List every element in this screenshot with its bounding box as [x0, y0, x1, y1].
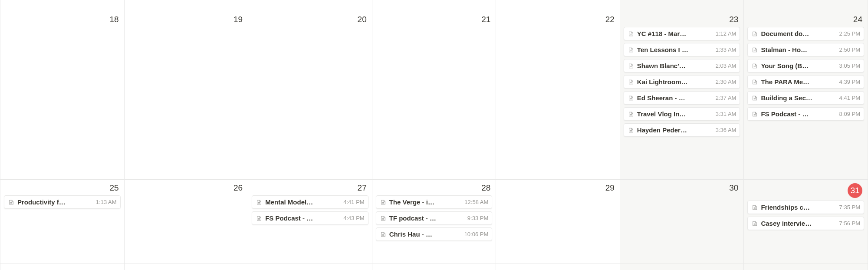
calendar-event[interactable]: Building a Sec…4:41 PM: [747, 91, 864, 105]
calendar-event[interactable]: FS Podcast - …4:43 PM: [252, 211, 368, 225]
event-title: The Verge - i…: [389, 198, 462, 206]
event-time: 10:06 PM: [464, 231, 489, 237]
event-title: Building a Sec…: [761, 94, 836, 102]
calendar-event[interactable]: Your Song (B…3:05 PM: [747, 59, 864, 72]
event-time: 4:39 PM: [839, 79, 860, 85]
page-icon: [628, 79, 635, 86]
event-time: 3:05 PM: [839, 63, 860, 69]
event-title: Your Song (B…: [761, 62, 836, 69]
page-icon: [751, 79, 758, 86]
event-time: 1:13 AM: [96, 199, 117, 205]
calendar-day-cell[interactable]: 22: [496, 11, 620, 180]
calendar-event[interactable]: Productivity f…1:13 AM: [4, 195, 121, 209]
event-time: 2:50 PM: [839, 46, 860, 53]
event-time: 1:12 AM: [716, 30, 736, 37]
day-number: 19: [128, 15, 245, 24]
event-title: Friendships c…: [761, 204, 836, 211]
calendar-day-cell[interactable]: 26: [125, 180, 249, 263]
day-number: 21: [376, 15, 493, 24]
event-time: 2:30 AM: [716, 79, 736, 85]
calendar-day-cell[interactable]: [125, 0, 249, 11]
calendar-event[interactable]: Chris Hau - …10:06 PM: [376, 227, 493, 241]
event-title: Mental Model…: [265, 198, 341, 206]
events-container: Productivity f…1:13 AM: [4, 195, 121, 211]
calendar-day-cell[interactable]: 23YC #118 - Mar…1:12 AMTen Lessons I …1:…: [620, 11, 744, 180]
calendar-event[interactable]: TF podcast - …9:33 PM: [376, 211, 493, 225]
page-icon: [8, 199, 15, 206]
calendar-day-cell[interactable]: [744, 263, 868, 270]
calendar-day-cell[interactable]: [620, 0, 744, 11]
event-time: 2:37 AM: [716, 95, 736, 101]
page-icon: [628, 63, 635, 69]
calendar-day-cell[interactable]: [0, 0, 125, 11]
calendar-day-cell[interactable]: 25Productivity f…1:13 AM: [0, 180, 125, 263]
calendar-day-cell[interactable]: 28The Verge - i…12:58 AMTF podcast - …9:…: [372, 180, 496, 263]
calendar-day-cell[interactable]: [496, 0, 620, 11]
event-title: Ten Lessons I …: [637, 46, 713, 53]
calendar-event[interactable]: Travel Vlog In…3:31 AM: [624, 107, 740, 121]
calendar-day-cell[interactable]: [0, 263, 125, 270]
calendar-day-cell[interactable]: 20: [248, 11, 372, 180]
event-time: 2:03 AM: [716, 63, 736, 69]
calendar-event[interactable]: Document do…2:25 PM: [747, 27, 864, 40]
page-icon: [628, 46, 635, 53]
day-number: 30: [624, 183, 740, 193]
calendar-event[interactable]: The PARA Me…4:39 PM: [747, 75, 864, 89]
event-time: 7:56 PM: [839, 220, 860, 227]
calendar-event[interactable]: Kai Lightroom…2:30 AM: [624, 75, 740, 89]
calendar-day-cell[interactable]: [372, 263, 496, 270]
events-container: The Verge - i…12:58 AMTF podcast - …9:33…: [376, 195, 493, 244]
event-time: 12:58 AM: [464, 199, 488, 205]
calendar-day-cell[interactable]: [496, 263, 620, 270]
page-icon: [751, 46, 758, 53]
calendar-day-cell[interactable]: [620, 263, 744, 270]
day-number: 25: [4, 183, 121, 193]
calendar-day-cell[interactable]: [248, 0, 372, 11]
day-number: 31: [747, 183, 864, 198]
page-icon: [628, 127, 635, 134]
page-icon: [751, 63, 758, 69]
page-icon: [751, 30, 758, 37]
events-container: Friendships c…7:35 PMCasey intervie…7:56…: [747, 201, 864, 233]
page-icon: [628, 95, 635, 102]
event-time: 7:35 PM: [839, 204, 860, 211]
calendar-day-cell[interactable]: 27Mental Model…4:41 PMFS Podcast - …4:43…: [248, 180, 372, 263]
calendar-day-cell[interactable]: 31Friendships c…7:35 PMCasey intervie…7:…: [744, 180, 868, 263]
calendar-event[interactable]: Casey intervie…7:56 PM: [747, 217, 864, 230]
page-icon: [380, 231, 387, 238]
calendar-event[interactable]: Shawn Blanc'…2:03 AM: [624, 59, 740, 72]
calendar-day-cell[interactable]: 24Document do…2:25 PMStalman - Ho…2:50 P…: [744, 11, 868, 180]
event-time: 2:25 PM: [839, 30, 860, 37]
day-number: 28: [376, 183, 493, 193]
calendar-event[interactable]: Ed Sheeran - …2:37 AM: [624, 91, 740, 105]
event-title: Document do…: [761, 30, 836, 37]
page-icon: [628, 30, 635, 37]
calendar-event[interactable]: Stalman - Ho…2:50 PM: [747, 43, 864, 56]
calendar-day-cell[interactable]: [372, 0, 496, 11]
calendar-day-cell[interactable]: 30: [620, 180, 744, 263]
page-icon: [751, 95, 758, 102]
event-title: Shawn Blanc'…: [637, 62, 713, 69]
calendar-event[interactable]: FS Podcast - …8:09 PM: [747, 107, 864, 121]
calendar-day-cell[interactable]: 29: [496, 180, 620, 263]
calendar-day-cell[interactable]: 19: [125, 11, 249, 180]
event-time: 9:33 PM: [467, 215, 488, 221]
event-title: Ed Sheeran - …: [637, 94, 713, 102]
calendar-day-cell[interactable]: [248, 263, 372, 270]
events-container: Document do…2:25 PMStalman - Ho…2:50 PMY…: [747, 27, 864, 123]
event-title: TF podcast - …: [389, 214, 465, 222]
calendar-day-cell[interactable]: 18: [0, 11, 125, 180]
event-time: 1:33 AM: [716, 46, 736, 53]
calendar-day-cell[interactable]: [744, 0, 868, 11]
calendar-event[interactable]: Mental Model…4:41 PM: [252, 195, 368, 209]
calendar-event[interactable]: Friendships c…7:35 PM: [747, 201, 864, 214]
event-title: The PARA Me…: [761, 78, 836, 86]
page-icon: [380, 215, 387, 222]
calendar-event[interactable]: YC #118 - Mar…1:12 AM: [624, 27, 740, 40]
calendar-day-cell[interactable]: [125, 263, 249, 270]
calendar-day-cell[interactable]: 21: [372, 11, 496, 180]
calendar-event[interactable]: The Verge - i…12:58 AM: [376, 195, 493, 209]
calendar-event[interactable]: Ten Lessons I …1:33 AM: [624, 43, 740, 56]
event-title: Stalman - Ho…: [761, 46, 836, 53]
calendar-event[interactable]: Hayden Peder…3:36 AM: [624, 123, 740, 137]
